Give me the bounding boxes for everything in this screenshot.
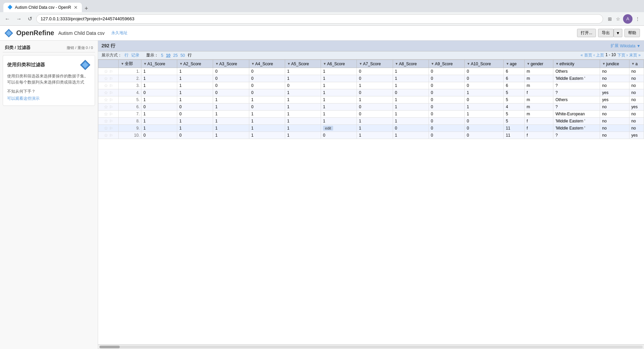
translate-icon[interactable]: ⊞ (606, 15, 613, 23)
page-size-25[interactable]: 25 (173, 53, 178, 58)
cell-more[interactable]: yes (629, 132, 644, 139)
cell-A5[interactable]: 1 (285, 68, 321, 75)
cell-age[interactable]: 5 (504, 89, 525, 96)
col-header-A10[interactable]: ▼A10_Score (465, 60, 504, 68)
cell-age[interactable]: 6 (504, 82, 525, 89)
cell-A8[interactable]: 0 (393, 89, 429, 96)
cell-A10[interactable]: 1 (465, 103, 504, 111)
cell-A5[interactable]: 1 (285, 89, 321, 96)
cell-A6[interactable]: 1 (321, 75, 357, 82)
cell-A10[interactable]: 0 (465, 82, 504, 89)
flag-icon[interactable]: ⚐ (109, 84, 113, 88)
col-header-A3[interactable]: ▼A3_Score (213, 60, 249, 68)
wikidata-link[interactable]: Wikidata ▼ (620, 44, 641, 48)
cell-A2[interactable]: 1 (177, 75, 213, 82)
cell-A5[interactable]: 1 (285, 125, 321, 132)
cell-A8[interactable]: 1 (393, 68, 429, 75)
cell-A8[interactable]: 1 (393, 75, 429, 82)
cell-A10[interactable]: 1 (465, 111, 504, 118)
cell-jundice[interactable]: no (600, 68, 629, 75)
cell-gender[interactable]: f (524, 118, 553, 125)
cell-gender[interactable]: m (524, 82, 553, 89)
cell-age[interactable]: 11 (504, 132, 525, 139)
cell-A3[interactable]: 0 (213, 89, 249, 96)
cell-A5[interactable]: 1 (285, 118, 321, 125)
cell-A3[interactable]: 1 (213, 103, 249, 111)
cell-A6[interactable]: 1 (321, 111, 357, 118)
cell-A7[interactable]: 1 (357, 82, 393, 89)
cell-A8[interactable]: 1 (393, 96, 429, 103)
tab-close-btn[interactable]: ✕ (74, 5, 78, 10)
cell-ethnicity[interactable]: Others (553, 96, 600, 103)
cell-ethnicity[interactable]: 'Middle Eastern ' (553, 118, 600, 125)
cell-A6[interactable]: 1 (321, 89, 357, 96)
cell-ethnicity[interactable]: White-European (553, 111, 600, 118)
cell-age[interactable]: 6 (504, 68, 525, 75)
edit-button[interactable]: edit (323, 126, 333, 131)
cell-A5[interactable]: 1 (285, 111, 321, 118)
cell-A2[interactable]: 1 (177, 89, 213, 96)
cell-A9[interactable]: 0 (429, 103, 464, 111)
export-button[interactable]: 导出 (598, 29, 614, 37)
page-size-50[interactable]: 50 (180, 53, 185, 58)
export-dropdown-button[interactable]: ▼ (614, 29, 622, 37)
cell-A2[interactable]: 1 (177, 125, 213, 132)
cell-A9[interactable]: 0 (429, 118, 464, 125)
cell-A6[interactable]: 0 (321, 132, 357, 139)
cell-A10[interactable]: 0 (465, 125, 504, 132)
cell-A10[interactable]: 0 (465, 118, 504, 125)
col-header-A5[interactable]: ▼A5_Score (285, 60, 321, 68)
star-icon[interactable]: ☆ (104, 69, 108, 74)
cell-more[interactable]: no (629, 75, 644, 82)
cell-A2[interactable]: 1 (177, 96, 213, 103)
cell-A1[interactable]: 1 (141, 82, 177, 89)
cell-more[interactable]: no (629, 125, 644, 132)
cell-A2[interactable]: 0 (177, 132, 213, 139)
cell-A6[interactable]: 1 (321, 103, 357, 111)
cell-age[interactable]: 4 (504, 103, 525, 111)
cell-more[interactable]: no (629, 118, 644, 125)
view-rows-link[interactable]: 行 (124, 52, 129, 58)
cell-ethnicity[interactable]: 'Middle Eastern ' (553, 75, 600, 82)
flag-icon[interactable]: ⚐ (109, 69, 113, 74)
flag-icon[interactable]: ⚐ (109, 105, 113, 110)
cell-A5[interactable]: 1 (285, 132, 321, 139)
cell-A4[interactable]: 1 (249, 111, 285, 118)
cell-more[interactable]: yes (629, 103, 644, 111)
col-header-A1[interactable]: ▼A1_Score (141, 60, 177, 68)
col-header-A7[interactable]: ▼A7_Score (357, 60, 393, 68)
cell-A7[interactable]: 0 (357, 75, 393, 82)
cell-age[interactable]: 6 (504, 75, 525, 82)
cell-gender[interactable]: f (524, 132, 553, 139)
cell-jundice[interactable]: no (600, 82, 629, 89)
help-button[interactable]: 帮助 (624, 29, 640, 37)
cell-A8[interactable]: 1 (393, 111, 429, 118)
scrollbar-thumb[interactable] (99, 346, 120, 348)
cell-A9[interactable]: 0 (429, 89, 464, 96)
menu-icon[interactable]: ⋮ (634, 15, 641, 23)
cell-A6[interactable]: 1 (321, 118, 357, 125)
prev-page-link[interactable]: ‹ 上页 (594, 52, 604, 58)
back-button[interactable]: ← (3, 15, 12, 23)
cell-more[interactable]: no (629, 111, 644, 118)
cell-A7[interactable]: 0 (357, 68, 393, 75)
cell-A4[interactable]: 1 (249, 118, 285, 125)
flag-icon[interactable]: ⚐ (109, 98, 113, 102)
cell-A6[interactable]: 1 (321, 96, 357, 103)
col-header-A2[interactable]: ▼A2_Score (177, 60, 213, 68)
cell-A9[interactable]: 0 (429, 111, 464, 118)
col-header-more[interactable]: ▼a (629, 60, 644, 68)
cell-jundice[interactable]: no (600, 118, 629, 125)
cell-ethnicity[interactable]: ? (553, 82, 600, 89)
cell-jundice[interactable]: no (600, 132, 629, 139)
cell-A1[interactable]: 0 (141, 132, 177, 139)
cell-A9[interactable]: 0 (429, 96, 464, 103)
cell-A7[interactable]: 1 (357, 118, 393, 125)
cell-A1[interactable]: 1 (141, 125, 177, 132)
star-icon[interactable]: ☆ (104, 104, 108, 110)
undo-redo-label[interactable]: 撤销 / 重做 0 / 0 (67, 45, 93, 50)
view-records-link[interactable]: 记录 (131, 52, 139, 58)
flag-icon[interactable]: ⚐ (109, 126, 113, 131)
cell-gender[interactable]: m (524, 68, 553, 75)
cell-A2[interactable]: 0 (177, 111, 213, 118)
